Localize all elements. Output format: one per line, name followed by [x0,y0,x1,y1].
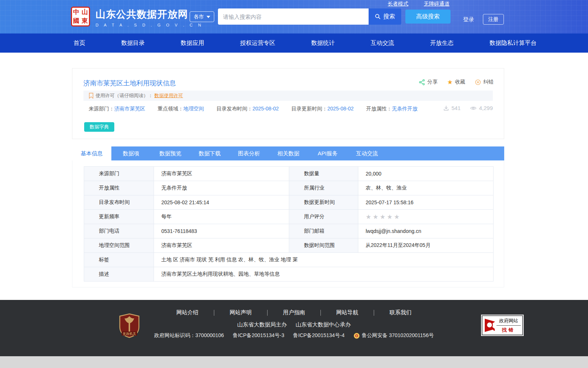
field-value: 无条件开放 [154,181,289,195]
dataset-actions: 分享 ★ 收藏 纠错 [419,79,494,85]
footer-link-用户指南[interactable]: 用户指南 [268,309,320,316]
police-badge-icon [354,333,360,339]
city-selector-dropdown[interactable]: 各市 [190,11,214,22]
license-link[interactable]: 数据使用许可 [154,92,183,99]
rating-star-icons[interactable]: ★★★★★ [366,213,401,220]
user-rating-stars: ★★★★★ [358,210,494,224]
icp-number-2[interactable]: 鲁ICP备20015134号-4 [293,332,345,339]
nav-item-数据目录[interactable]: 数据目录 [121,39,145,47]
favorite-label: 收藏 [455,79,465,85]
table-row: 目录发布时间2025-08-02 21:45:14数据更新时间2025-07-1… [84,195,494,210]
site-code: 政府网站标识码：3700000106 [154,332,224,339]
footer-link-网站声明[interactable]: 网站声明 [214,309,267,316]
field-label: 用户评分 [289,210,358,224]
seal-char: 國 [72,17,80,25]
field-label: 所属行业 [289,181,358,195]
meta-value-link[interactable]: 2025-08-02 [252,106,279,112]
field-value: 农、林、牧、渔业 [358,181,494,195]
nav-item-授权运营专区[interactable]: 授权运营专区 [240,39,275,47]
table-row: 标签土地 区 济南市 现状 芜 利用 信息 农、林、牧、渔业 地理 莱 [84,253,494,267]
meta-value-link[interactable]: 地理空间 [183,106,204,112]
star-icon: ★ [447,79,453,85]
nav-item-数据隐私计算平台[interactable]: 数据隐私计算平台 [490,39,537,47]
nav-item-互动交流[interactable]: 互动交流 [371,39,394,47]
site-seal-logo: 中 山 國 東 [71,7,90,26]
share-button[interactable]: 分享 [419,79,438,85]
site-header: 中 山 國 東 山东公共数据开放网 D A T A . S D . G O V … [0,0,588,33]
tab-图表分析[interactable]: 图表分析 [229,146,269,160]
tab-相关数据[interactable]: 相关数据 [269,146,308,160]
search-button[interactable]: 搜索 [369,8,401,25]
field-label: 目录发布时间 [84,195,154,210]
table-row: 地理空间范围济南市莱芜区数据时间范围从2022年11月至2024年05月 [84,238,494,253]
tab-基本信息[interactable]: 基本信息 [72,146,111,160]
nav-item-开放生态[interactable]: 开放生态 [430,39,453,47]
footer-link-联系我们[interactable]: 联系我们 [374,309,427,316]
dataset-stats: 541 4,299 [443,105,493,111]
download-count-value: 541 [451,105,460,111]
field-value: 从2022年11月至2024年05月 [358,238,494,253]
accessibility-channel-link[interactable]: 无障碍通道 [424,1,449,7]
basic-info-table: 来源部门济南市莱芜区数据量20,000开放属性无条件开放所属行业农、林、牧、渔业… [84,166,494,282]
login-link[interactable]: 登录 [463,16,474,23]
tab-数据预览[interactable]: 数据预览 [151,146,190,160]
search-icon [375,14,381,20]
field-label: 描述 [84,267,154,282]
license-bar: 使用许可（请仔细阅读）： 数据使用许可 [83,91,493,101]
table-row: 描述济南市莱芜区土地利用现状耕地、园地、草地等信息 [84,267,494,282]
dataset-meta-row: 来源部门：济南市莱芜区重点领域：地理空间目录发布时间：2025-08-02目录更… [89,106,417,112]
meta-label: 来源部门： [89,106,114,112]
site-domain: D A T A . S D . G O V . C N [96,23,203,27]
favorite-button[interactable]: ★ 收藏 [447,79,465,85]
meta-label: 开放属性： [366,106,392,112]
field-value: 2025-08-02 21:45:14 [154,195,289,210]
accessibility-links: 长者模式 无障碍通道 [388,1,449,7]
meta-item: 目录发布时间：2025-08-02 [216,106,279,112]
tab-API服务[interactable]: API服务 [308,146,347,160]
elder-mode-link[interactable]: 长者模式 [388,1,408,7]
chevron-down-icon [207,16,210,18]
data-dictionary-button[interactable]: 数据字典 [84,122,114,132]
icp-number-1[interactable]: 鲁ICP备20015134号-3 [233,332,284,339]
field-label: 部门电话 [84,224,154,238]
tab-数据下载[interactable]: 数据下载 [190,146,229,160]
nav-item-数据应用[interactable]: 数据应用 [180,39,204,47]
meta-label: 重点领域： [158,106,183,112]
meta-value-link[interactable]: 济南市莱芜区 [114,106,145,112]
nav-item-数据统计[interactable]: 数据统计 [311,39,335,47]
police-registration[interactable]: 鲁公网安备 37010202001156号 [354,332,434,339]
field-value: 土地 区 济南市 现状 芜 利用 信息 农、林、牧、渔业 地理 莱 [154,253,494,267]
site-title: 山东公共数据开放网 [96,8,203,21]
license-label: 使用许可（请仔细阅读）： [96,92,153,99]
eye-icon [470,106,477,111]
search-input[interactable] [218,8,369,25]
search-box: 搜索 [218,8,401,25]
meta-item: 重点领域：地理空间 [158,106,204,112]
site-logo-text: 山东公共数据开放网 D A T A . S D . G O V . C N [96,8,203,27]
meta-value-link[interactable]: 2025-08-02 [327,106,354,112]
field-value: 每年 [154,210,289,224]
dataset-summary-card: 济南市莱芜区土地利用现状信息 分享 ★ 收藏 纠错 [72,68,504,139]
field-label: 数据量 [289,167,358,181]
police-registration-text: 鲁公网安备 37010202001156号 [362,332,434,339]
register-button[interactable]: 注册 [483,14,504,25]
field-label: 开放属性 [84,181,154,195]
meta-label: 目录发布时间： [216,106,252,112]
footer-links: 网站介绍网站声明用户指南网站导航联系我们 [72,309,516,316]
meta-value-link[interactable]: 无条件开放 [392,106,417,112]
table-row: 开放属性无条件开放所属行业农、林、牧、渔业 [84,181,494,195]
tab-互动交流[interactable]: 互动交流 [347,146,387,160]
footer-link-网站介绍[interactable]: 网站介绍 [161,309,214,316]
field-value: 2025-07-17 15:58:16 [358,195,494,210]
meta-item: 来源部门：济南市莱芜区 [89,106,145,112]
gov-site-error-report-badge[interactable]: 政府网站 找错 [482,316,523,335]
advanced-search-button[interactable]: 高级搜索 [405,10,451,24]
error-circle-icon [475,79,481,85]
footer-link-网站导航[interactable]: 网站导航 [321,309,374,316]
nav-item-首页[interactable]: 首页 [74,39,85,47]
error-report-button[interactable]: 纠错 [475,79,494,85]
tab-数据项[interactable]: 数据项 [111,146,151,160]
field-label: 数据更新时间 [289,195,358,210]
table-row: 来源部门济南市莱芜区数据量20,000 [84,167,494,181]
city-selector-label: 各市 [194,14,204,20]
